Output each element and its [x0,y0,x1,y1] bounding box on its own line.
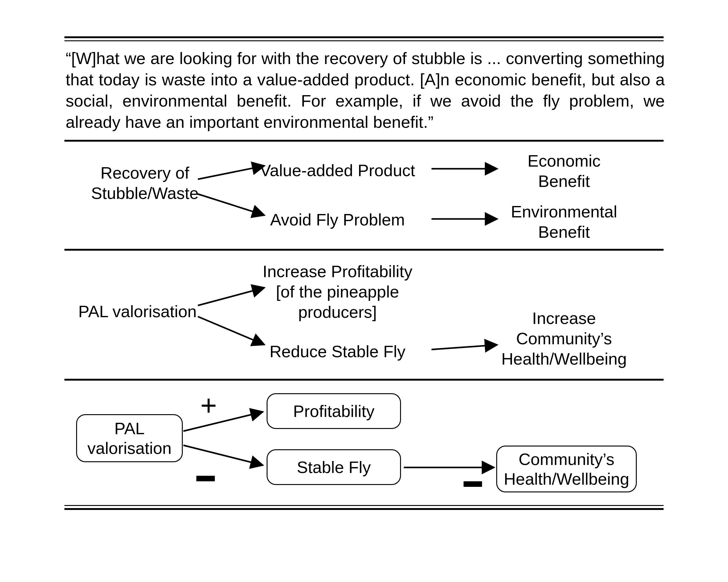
svg-line-7 [183,412,262,431]
minus-sign-icon [196,476,215,481]
quote-text: “[W]hat we are looking for with the reco… [66,48,665,133]
box-community-health: Community’sHealth/Wellbeing [496,446,637,492]
node-pal-valorisation-text: PAL valorisation [71,301,204,322]
svg-line-6 [432,345,496,350]
plus-sign-icon: + [200,391,217,419]
svg-line-8 [183,445,262,465]
node-avoid-fly-problem: Avoid Fly Problem [250,210,425,230]
node-environmental-benefit: EnvironmentalBenefit [499,201,629,242]
node-reduce-stable-fly: Reduce Stable Fly [250,341,425,362]
minus-sign-icon-2 [464,481,482,487]
box-stable-fly: Stable Fly [267,449,401,485]
node-economic-benefit: EconomicBenefit [499,150,629,191]
node-recovery-of-stubble: Recovery ofStubble/Waste [86,163,203,203]
node-increase-community-health: IncreaseCommunity’sHealth/Wellbeing [499,308,629,369]
node-increase-profitability: Increase Profitability[of the pineapplep… [250,261,425,322]
node-value-added-product: Value-added Product [250,160,425,181]
box-pal-valorisation: PALvalorisation [76,414,183,462]
box-profitability: Profitability [267,393,401,429]
